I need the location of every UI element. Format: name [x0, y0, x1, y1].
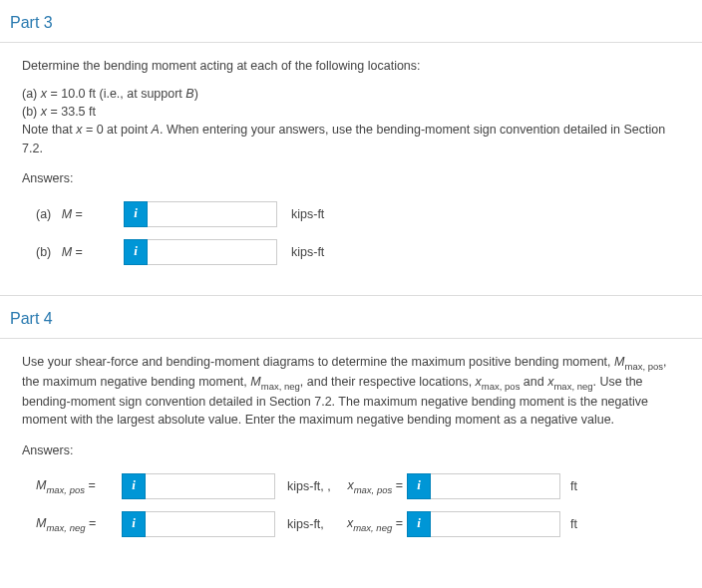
- cond-b-rest: = 33.5 ft: [47, 105, 96, 119]
- p4-r1-s2: max, pos: [354, 483, 393, 494]
- p4-r2-label2: xmax, neg =: [337, 514, 407, 534]
- p4-row-2: Mmax, neg = i kips-ft, xmax, neg = i ft: [22, 511, 680, 537]
- p4-r2-unit1: kips-ft,: [275, 515, 337, 533]
- part-3: Part 3 Determine the bending moment acti…: [0, 0, 702, 296]
- part-3-conditions: (a) x = 10.0 ft (i.e., at support B) (b)…: [22, 85, 680, 157]
- p4-s1: max, pos: [624, 360, 663, 371]
- p4-r2-s2: max, neg: [353, 521, 392, 532]
- cond-a-prefix: (a): [22, 87, 41, 101]
- part-4-body: Use your shear-force and bending-moment …: [0, 339, 702, 567]
- note-line: Note that x = 0 at point A. When enterin…: [22, 121, 680, 156]
- answers-label-4: Answers:: [22, 441, 680, 459]
- p4-r1-s1: max, pos: [46, 483, 85, 494]
- part-4: Part 4 Use your shear-force and bending-…: [0, 296, 702, 567]
- p4-s2: max, neg: [261, 381, 300, 392]
- answer-b-input[interactable]: [148, 239, 277, 265]
- answer-a-eq: =: [72, 207, 83, 221]
- p4-v1: M: [614, 355, 624, 369]
- xmax-pos-input[interactable]: [431, 473, 560, 499]
- answer-b-label: (b) M =: [36, 243, 124, 261]
- mmax-pos-input[interactable]: [146, 473, 275, 499]
- part-4-prompt: Use your shear-force and bending-moment …: [22, 353, 680, 430]
- p4-r1-eq: =: [85, 478, 96, 492]
- p4-s4: max, neg: [553, 381, 592, 392]
- cond-a-eq: = 10.0 ft (i.e., at support: [47, 87, 185, 101]
- p4-r1-label1: Mmax, pos =: [36, 476, 122, 496]
- answer-row-a: (a) M = i kips-ft: [22, 201, 680, 227]
- info-icon[interactable]: i: [407, 473, 431, 499]
- p4-r1-unit2: ft: [560, 477, 577, 495]
- p4-r2-s1: max, neg: [46, 521, 85, 532]
- condition-b: (b) x = 33.5 ft: [22, 103, 680, 121]
- answer-a-unit: kips-ft: [277, 205, 347, 223]
- p4-r2-label1: Mmax, neg =: [36, 514, 122, 534]
- info-icon[interactable]: i: [407, 511, 431, 537]
- note-prefix: Note that: [22, 123, 76, 137]
- answer-a-input[interactable]: [148, 201, 277, 227]
- p4-r1-v1: M: [36, 478, 46, 492]
- answer-a-label: (a) M =: [36, 205, 124, 223]
- answer-a-prefix: (a): [36, 207, 51, 221]
- p4-v2: M: [250, 375, 260, 389]
- p4-s3: max, pos: [482, 381, 521, 392]
- p4-r2-eq: =: [86, 516, 97, 530]
- mmax-neg-input[interactable]: [146, 511, 275, 537]
- xmax-neg-input[interactable]: [431, 511, 560, 537]
- info-icon[interactable]: i: [124, 201, 148, 227]
- answer-row-b: (b) M = i kips-ft: [22, 239, 680, 265]
- answer-b-var: M: [62, 245, 72, 259]
- p4-t1: Use your shear-force and bending-moment …: [22, 355, 614, 369]
- answer-b-unit: kips-ft: [277, 243, 347, 261]
- info-icon[interactable]: i: [124, 239, 148, 265]
- p4-r2-unit2: ft: [560, 515, 577, 533]
- condition-a: (a) x = 10.0 ft (i.e., at support B): [22, 85, 680, 103]
- p4-r2-v1: M: [36, 516, 46, 530]
- cond-a-close: ): [194, 87, 198, 101]
- p4-r2-eq2: =: [392, 516, 403, 530]
- answers-label: Answers:: [22, 169, 680, 187]
- cond-a-support: B: [185, 87, 193, 101]
- part-3-prompt: Determine the bending moment acting at e…: [22, 57, 680, 75]
- part-3-title: Part 3: [0, 0, 702, 43]
- answer-a-var: M: [62, 207, 72, 221]
- p4-row-1: Mmax, pos = i kips-ft, , xmax, pos = i f…: [22, 473, 680, 499]
- note-mid: = 0 at point: [82, 123, 151, 137]
- note-point: A: [152, 123, 160, 137]
- info-icon[interactable]: i: [122, 473, 146, 499]
- p4-t4: and: [520, 375, 547, 389]
- part-3-body: Determine the bending moment acting at e…: [0, 43, 702, 296]
- answer-b-eq: =: [72, 245, 83, 259]
- p4-t3: , and their respective locations,: [300, 375, 476, 389]
- p4-r1-eq2: =: [392, 478, 403, 492]
- part-4-title: Part 4: [0, 296, 702, 339]
- cond-b-prefix: (b): [22, 105, 41, 119]
- p4-r1-unit1: kips-ft, ,: [275, 477, 337, 495]
- answer-b-prefix: (b): [36, 245, 51, 259]
- info-icon[interactable]: i: [122, 511, 146, 537]
- p4-r1-label2: xmax, pos =: [337, 476, 407, 496]
